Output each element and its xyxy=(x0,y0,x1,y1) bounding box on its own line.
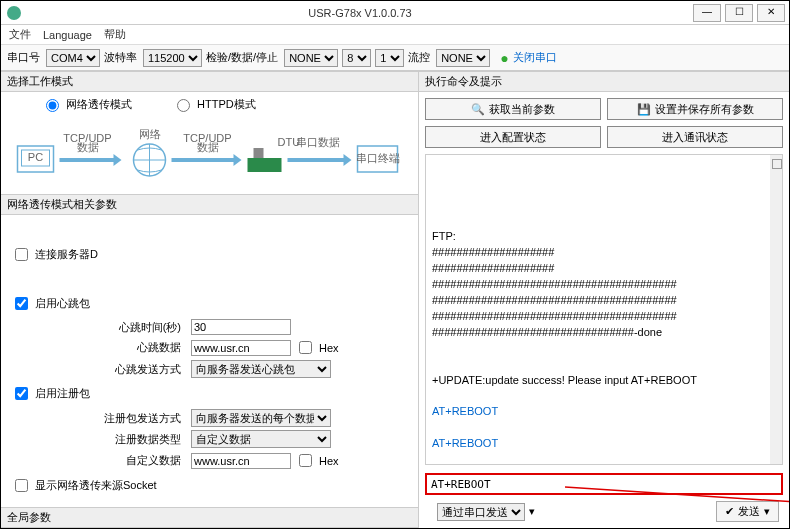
send-button[interactable]: ✔发送 ▾ xyxy=(716,501,779,522)
svg-text:PC: PC xyxy=(28,151,43,163)
svg-text:数据: 数据 xyxy=(77,141,99,153)
heartbeat-interval-input[interactable] xyxy=(191,319,291,335)
parity-select[interactable]: NONE xyxy=(284,49,338,67)
send-icon: ✔ xyxy=(725,505,734,518)
register-hex-checkbox[interactable] xyxy=(299,454,312,467)
scrollbar[interactable] xyxy=(770,155,782,464)
serial-toolbar: 串口号 COM4 波特率 115200 检验/数据/停止 NONE 8 1 流控… xyxy=(1,45,789,71)
net-param-header: 网络透传模式相关参数 xyxy=(1,194,418,215)
register-custom-input[interactable] xyxy=(191,453,291,469)
svg-text:数据: 数据 xyxy=(197,141,219,153)
stopbits-select[interactable]: 1 xyxy=(375,49,404,67)
enter-comm-button[interactable]: 进入通讯状态 xyxy=(607,126,783,148)
menu-bar: 文件 Language 帮助 xyxy=(1,25,789,45)
minimize-button[interactable]: — xyxy=(693,4,721,22)
port-select[interactable]: COM4 xyxy=(46,49,100,67)
flow-label: 流控 xyxy=(408,50,430,65)
close-port-link[interactable]: 关闭串口 xyxy=(513,50,557,65)
flow-select[interactable]: NONE xyxy=(436,49,490,67)
register-type-select[interactable]: 自定义数据 xyxy=(191,430,331,448)
server-d-checkbox[interactable] xyxy=(15,248,28,261)
app-icon xyxy=(7,6,21,20)
svg-rect-13 xyxy=(248,158,282,172)
fetch-params-button[interactable]: 🔍获取当前参数 xyxy=(425,98,601,120)
global-header: 全局参数 xyxy=(1,507,418,528)
save-params-button[interactable]: 💾设置并保存所有参数 xyxy=(607,98,783,120)
mode-header: 选择工作模式 xyxy=(1,71,418,92)
save-icon: 💾 xyxy=(637,103,651,116)
cmd-header: 执行命令及提示 xyxy=(419,71,789,92)
menu-language[interactable]: Language xyxy=(43,29,92,41)
svg-marker-12 xyxy=(172,154,242,166)
baud-label: 波特率 xyxy=(104,50,137,65)
enter-config-button[interactable]: 进入配置状态 xyxy=(425,126,601,148)
register-enable-checkbox[interactable] xyxy=(15,387,28,400)
maximize-button[interactable]: ☐ xyxy=(725,4,753,22)
command-input[interactable] xyxy=(425,473,783,495)
close-button[interactable]: ✕ xyxy=(757,4,785,22)
port-status-icon: ● xyxy=(500,50,508,66)
register-send-select[interactable]: 向服务器发送的每个数据 xyxy=(191,409,331,427)
baud-select[interactable]: 115200 xyxy=(143,49,202,67)
mode-httpd-radio[interactable]: HTTPD模式 xyxy=(172,96,256,112)
svg-marker-5 xyxy=(60,154,122,166)
menu-file[interactable]: 文件 xyxy=(9,27,31,42)
chevron-down-icon: ▾ xyxy=(764,505,770,518)
heartbeat-data-input[interactable] xyxy=(191,340,291,356)
svg-marker-17 xyxy=(288,154,352,166)
heartbeat-hex-checkbox[interactable] xyxy=(299,341,312,354)
databits-select[interactable]: 8 xyxy=(342,49,371,67)
search-icon: 🔍 xyxy=(471,103,485,116)
topology-diagram: PC TCP/UDP 数据 网络 TCP/UDP 数据 DTU 串口数据 xyxy=(9,118,410,188)
svg-text:网络: 网络 xyxy=(139,128,161,140)
svg-text:串口数据: 串口数据 xyxy=(296,136,340,148)
mode-net-radio[interactable]: 网络透传模式 xyxy=(41,96,132,112)
show-socket-checkbox[interactable] xyxy=(15,479,28,492)
menu-help[interactable]: 帮助 xyxy=(104,27,126,42)
heartbeat-enable-checkbox[interactable] xyxy=(15,297,28,310)
title-bar: USR-G78x V1.0.0.73 — ☐ ✕ xyxy=(1,1,789,25)
svg-rect-14 xyxy=(254,148,264,158)
svg-text:串口终端: 串口终端 xyxy=(356,152,400,164)
port-label: 串口号 xyxy=(7,50,40,65)
send-via-select[interactable]: 通过串口发送 xyxy=(437,503,525,521)
heartbeat-send-select[interactable]: 向服务器发送心跳包 xyxy=(191,360,331,378)
parity-label: 检验/数据/停止 xyxy=(206,50,278,65)
console-output: FTP: #################### ##############… xyxy=(425,154,783,465)
chevron-down-icon: ▾ xyxy=(529,505,535,518)
window-title: USR-G78x V1.0.0.73 xyxy=(27,7,693,19)
